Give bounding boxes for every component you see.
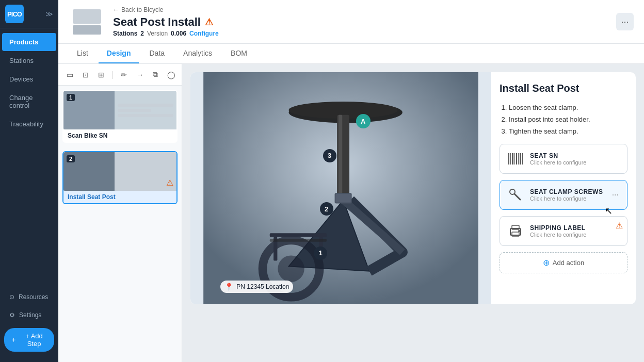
action-card-seat-sn[interactable]: SEAT SN Click here to configure <box>500 144 627 174</box>
tab-data[interactable]: Data <box>141 44 173 63</box>
annotation-a[interactable]: A <box>356 114 371 128</box>
title-warning-icon: ⚠ <box>205 17 213 28</box>
header: ← Back to Bicycle Seat Post Install ⚠ St… <box>58 0 644 44</box>
sidebar: PICO ≫ Products Stations Devices Change … <box>0 0 58 362</box>
step-2-number: 2 <box>67 155 75 162</box>
svg-point-26 <box>518 230 520 232</box>
tabs-bar: List Design Data Analytics BOM <box>58 44 644 64</box>
configure-link[interactable]: Configure <box>189 30 219 37</box>
location-pin: 📍 PN 12345 Location <box>220 281 293 293</box>
logo-icon: PICO <box>5 5 24 23</box>
tool-duplicate-button[interactable]: ⧉ <box>150 68 161 81</box>
plus-icon: ＋ <box>10 335 17 344</box>
add-step-button[interactable]: ＋ + Add Step <box>4 328 54 352</box>
action-seat-sn-title: SEAT SN <box>530 152 621 159</box>
tool-pen-button[interactable]: ✏ <box>118 69 130 81</box>
step-2-warning-icon: ⚠ <box>166 178 173 188</box>
canvas-image-area: A 1 2 3 📍 PN 12345 Location <box>190 72 491 304</box>
tab-bom[interactable]: BOM <box>222 44 255 63</box>
annotation-2[interactable]: 2 <box>320 202 333 216</box>
shipping-warning-icon: ⚠ <box>616 221 623 231</box>
tool-table-button[interactable]: ⊞ <box>95 69 107 81</box>
cursor-icon: ↖ <box>605 205 613 217</box>
svg-rect-20 <box>522 153 523 164</box>
sidebar-header: PICO ≫ <box>0 0 58 28</box>
svg-rect-18 <box>518 153 519 164</box>
svg-rect-19 <box>520 153 521 164</box>
header-info: ← Back to Bicycle Seat Post Install ⚠ St… <box>113 0 219 43</box>
action-seat-sn-subtitle: Click here to configure <box>530 159 621 166</box>
action-clamp-content: SEAT CLAMP SCREWS Click here to configur… <box>530 188 605 202</box>
product-thumbnail <box>69 5 105 39</box>
barcode-icon <box>506 150 525 168</box>
canvas-right-panel: Install Seat Post Loosen the seat clamp.… <box>491 72 636 304</box>
more-options-button[interactable]: ··· <box>616 13 634 30</box>
sidebar-item-traceability[interactable]: Traceability <box>2 115 56 133</box>
svg-rect-9 <box>270 233 327 237</box>
step-card-2[interactable]: 2 ⚠ Install Seat Post <box>62 151 178 204</box>
header-right: ··· <box>616 0 634 43</box>
tab-design[interactable]: Design <box>99 44 139 63</box>
tab-analytics[interactable]: Analytics <box>175 44 220 63</box>
header-meta: Stations 2 Version 0.006 Configure <box>113 30 219 37</box>
action-shipping-subtitle: Click here to configure <box>530 232 621 238</box>
content-area: ▭ ⊡ ⊞ | ✏ → ⧉ ◯ ⊙ | ☰ 🔗 ▲ <box>58 64 644 362</box>
step-1-label: Scan Bike SN <box>63 129 176 142</box>
step-2-label: Install Seat Post <box>63 191 176 203</box>
svg-rect-6 <box>335 194 350 203</box>
svg-rect-15 <box>512 153 513 164</box>
action-clamp-title: SEAT CLAMP SCREWS <box>530 188 605 195</box>
tab-list[interactable]: List <box>69 44 96 63</box>
sidebar-item-change-control[interactable]: Change control <box>2 89 56 114</box>
printer-icon <box>506 222 525 240</box>
page-title: Seat Post Install ⚠ <box>113 15 219 29</box>
instruction-1: Loosen the seat clamp. <box>509 103 627 113</box>
step-instructions: Loosen the seat clamp. Install post into… <box>500 103 627 138</box>
svg-rect-13 <box>508 153 509 164</box>
action-shipping-content: SHIPPING LABEL Click here to configure <box>530 224 621 238</box>
sidebar-item-stations[interactable]: Stations <box>2 52 56 70</box>
tool-grid-button[interactable]: ⊡ <box>79 69 92 81</box>
action-card-seat-clamp[interactable]: SEAT CLAMP SCREWS Click here to configur… <box>500 180 627 210</box>
svg-line-22 <box>514 194 520 200</box>
canvas-card: A 1 2 3 📍 PN 12345 Location Install Seat… <box>190 72 636 304</box>
action-card-shipping-label[interactable]: SHIPPING LABEL Click here to configure ⚠ <box>500 216 627 246</box>
toolbar-row: ▭ ⊡ ⊞ | ✏ → ⧉ ◯ ⊙ | ☰ 🔗 ▲ <box>58 64 182 86</box>
step-card-2-image: 2 ⚠ <box>63 152 176 191</box>
tool-arrow-button[interactable]: → <box>133 69 147 81</box>
pin-icon: 📍 <box>224 283 233 291</box>
settings-icon: ⚙ <box>9 311 15 319</box>
step-1-number: 1 <box>67 94 75 101</box>
action-clamp-more-button[interactable]: ··· <box>610 189 621 201</box>
sidebar-bottom: ⊙ Resources ⚙ Settings ＋ + Add Step <box>0 288 58 362</box>
back-arrow-icon: ← <box>113 6 119 13</box>
main-content: ← Back to Bicycle Seat Post Install ⚠ St… <box>58 0 644 362</box>
step-card-1[interactable]: 1 Scan Bike SN <box>62 90 178 143</box>
svg-rect-16 <box>514 153 515 164</box>
tool-circle-button[interactable]: ◯ <box>164 69 179 81</box>
svg-rect-14 <box>510 153 511 164</box>
step-detail-title: Install Seat Post <box>500 83 627 94</box>
svg-rect-17 <box>516 153 517 164</box>
back-link[interactable]: ← Back to Bicycle <box>113 6 219 13</box>
steps-panel: ▭ ⊡ ⊞ | ✏ → ⧉ ◯ ⊙ | ☰ 🔗 ▲ <box>58 64 182 362</box>
add-action-plus-icon: ⊕ <box>543 258 550 268</box>
add-action-button[interactable]: ⊕ Add action <box>500 252 627 273</box>
action-clamp-subtitle: Click here to configure <box>530 195 605 202</box>
sidebar-nav: Products Stations Devices Change control… <box>0 28 58 288</box>
header-left: ← Back to Bicycle Seat Post Install ⚠ St… <box>69 0 616 43</box>
action-shipping-title: SHIPPING LABEL <box>530 224 621 232</box>
resources-icon: ⊙ <box>9 293 14 301</box>
toolbar-divider-1: | <box>111 70 114 79</box>
sidebar-item-resources[interactable]: ⊙ Resources <box>2 288 56 306</box>
annotation-1[interactable]: 1 <box>314 246 327 260</box>
collapse-sidebar-button[interactable]: ≫ <box>45 10 53 18</box>
annotation-3[interactable]: 3 <box>323 149 336 162</box>
tool-image-button[interactable]: ▭ <box>63 69 76 81</box>
sidebar-item-devices[interactable]: Devices <box>2 70 56 88</box>
logo: PICO <box>5 5 24 23</box>
step-card-1-image: 1 <box>63 91 176 129</box>
action-seat-sn-content: SEAT SN Click here to configure <box>530 152 621 166</box>
sidebar-item-products[interactable]: Products <box>2 33 56 51</box>
sidebar-item-settings[interactable]: ⚙ Settings <box>2 306 56 324</box>
